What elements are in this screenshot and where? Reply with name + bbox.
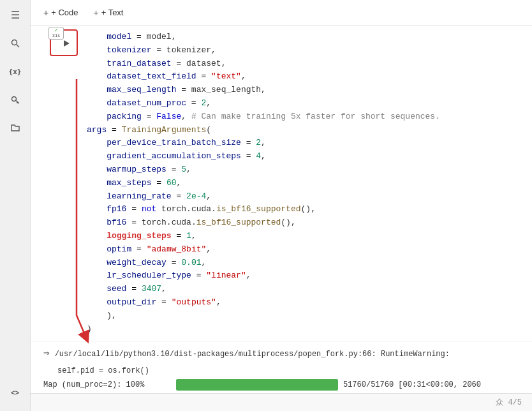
progress-stats: 51760/51760 [00:31<00:00, 2060 bbox=[343, 378, 481, 391]
run-time-label: 31s bbox=[52, 34, 61, 38]
progress-row: Map (num_proc=2): 100% 51760/51760 [00:3… bbox=[43, 378, 481, 391]
code-line: tokenizer = tokenizer, bbox=[87, 44, 527, 57]
code-line: lr_scheduler_type = "linear", bbox=[87, 269, 527, 283]
code-line: ) bbox=[87, 323, 527, 336]
svg-line-1 bbox=[17, 45, 19, 47]
code-line: max_steps = 60, bbox=[87, 177, 527, 190]
code-line: weight_decay = 0.01, bbox=[87, 257, 527, 270]
sidebar: ☰ {x} <> bbox=[0, 0, 31, 411]
code-line: model = model, bbox=[87, 31, 527, 44]
code-line: optim = "adamw_8bit", bbox=[87, 243, 527, 257]
output-icon: ⇒ bbox=[43, 345, 50, 362]
add-code-label: + Code bbox=[51, 8, 78, 17]
code-line: ), bbox=[87, 310, 527, 323]
add-text-button[interactable]: + + Text bbox=[88, 5, 128, 20]
code-line: dataset_num_proc = 2, bbox=[87, 97, 527, 110]
svg-point-2 bbox=[11, 97, 16, 101]
plus-code-icon: + bbox=[43, 8, 48, 18]
code-line: fp16 = not torch.cuda.is_bf16_supported(… bbox=[87, 203, 527, 216]
output-warning-row: ⇒ /usr/local/lib/python3.10/dist-package… bbox=[43, 345, 481, 362]
code-line: logging_steps = 1, bbox=[87, 230, 527, 243]
toolbar: + + Code + + Text bbox=[31, 0, 532, 26]
output-fork-text: self.pid = os.fork() bbox=[43, 364, 149, 377]
menu-icon[interactable]: ☰ bbox=[5, 5, 26, 26]
check-badge: ✓ 31s bbox=[48, 27, 64, 40]
plus-text-icon: + bbox=[93, 8, 98, 18]
output-warning-text: /usr/local/lib/python3.10/dist-packages/… bbox=[55, 348, 450, 361]
code-line: seed = 3407, bbox=[87, 283, 527, 296]
output-area: ⇒ /usr/local/lib/python3.10/dist-package… bbox=[31, 341, 532, 393]
code-line: args = TrainingArguments( bbox=[87, 124, 527, 137]
svg-point-0 bbox=[11, 40, 17, 45]
code-line: output_dir = "outputs", bbox=[87, 296, 527, 310]
progress-bar-outer bbox=[176, 379, 338, 391]
cell-gutter: ✓ 31s bbox=[31, 28, 82, 54]
code-line: warmup_steps = 5, bbox=[87, 163, 527, 177]
code-content: model = model, tokenizer = tokenizer, tr… bbox=[82, 28, 532, 338]
code-line: dataset_text_field = "text", bbox=[87, 70, 527, 84]
progress-label: Map (num_proc=2): 100% bbox=[43, 378, 171, 391]
code-line: max_seq_length = max_seq_length, bbox=[87, 84, 527, 97]
code-line: gradient_accumulation_steps = 4, bbox=[87, 150, 527, 163]
folder-icon[interactable] bbox=[5, 117, 26, 138]
code-line: bf16 = torch.cuda.is_bf16_supported(), bbox=[87, 216, 527, 230]
output-fork-row: self.pid = os.fork() bbox=[43, 364, 481, 377]
bottom-bar: 众 4/5 bbox=[31, 393, 532, 411]
svg-marker-6 bbox=[64, 40, 70, 47]
expand-icon[interactable]: <> bbox=[5, 383, 26, 403]
code-cell: ✓ 31s model = model, tokenizer = tokeniz… bbox=[31, 26, 532, 341]
variables-icon[interactable]: {x} bbox=[5, 61, 26, 82]
code-line: per_device_train_batch_size = 2, bbox=[87, 137, 527, 150]
cell-area: ✓ 31s model = model, tokenizer = tokeniz… bbox=[31, 26, 532, 393]
bottom-bar-text: 众 4/5 bbox=[496, 397, 522, 408]
code-line: learning_rate = 2e-4, bbox=[87, 190, 527, 204]
key-icon[interactable] bbox=[5, 89, 26, 110]
add-text-label: + Text bbox=[101, 8, 124, 17]
code-line: packing = False, # Can make training 5x … bbox=[87, 110, 527, 124]
main-content: + + Code + + Text ✓ 31s bbox=[31, 0, 532, 411]
progress-bar-inner bbox=[176, 379, 338, 391]
run-button-container[interactable]: ✓ 31s bbox=[54, 32, 77, 54]
add-code-button[interactable]: + + Code bbox=[38, 5, 83, 20]
search-icon[interactable] bbox=[5, 33, 26, 54]
code-line: train_dataset = dataset, bbox=[87, 57, 527, 71]
